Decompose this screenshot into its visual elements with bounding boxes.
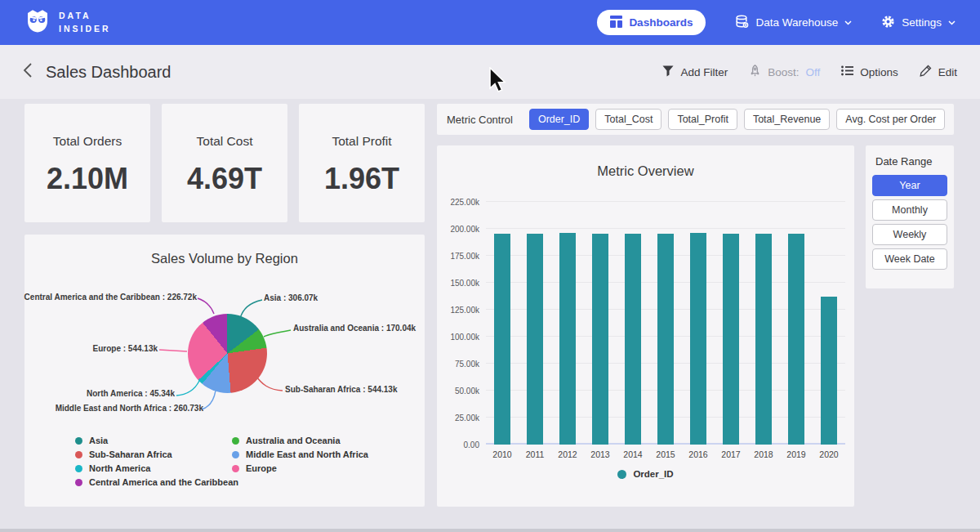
legend-dot: [75, 465, 82, 472]
y-tick-label: 100.00k: [437, 333, 479, 342]
pie-slice-label-australia-and-oceania: Australia and Oceania : 170.04k: [293, 324, 416, 333]
pie-legend-item-central-america-and-the-caribbean: Central America and the Caribbean: [75, 477, 238, 487]
metric-control-bar: Metric Control Order_IDTotal_CostTotal_P…: [437, 104, 954, 135]
kpi-value: 4.69T: [187, 162, 262, 196]
add-filter-button[interactable]: Add Filter: [662, 65, 728, 79]
pie-slice-label-middle-east-and-north-africa: Middle East and North Africa : 260.73k: [56, 404, 203, 413]
pie-legend-column-2: Australia and OceaniaMiddle East and Nor…: [232, 436, 368, 473]
metric-control-buttons: Order_IDTotal_CostTotal_ProfitTotal_Reve…: [529, 109, 945, 130]
x-tick-label: 2018: [747, 449, 780, 459]
x-tick-label: 2016: [682, 449, 715, 459]
x-tick-label: 2012: [551, 449, 584, 459]
y-tick-label: 175.00k: [437, 252, 479, 261]
kpi-value: 2.10M: [47, 162, 128, 196]
list-options-icon: [841, 65, 853, 78]
edit-button[interactable]: Edit: [920, 65, 957, 79]
date-range-button-year[interactable]: Year: [872, 175, 947, 196]
x-tick-label: 2015: [649, 449, 682, 459]
dashboards-grid-icon: [610, 16, 622, 30]
y-tick-label: 75.00k: [437, 360, 479, 369]
kpi-card-total-cost: Total Cost 4.69T: [162, 104, 287, 222]
y-tick-label: 150.00k: [437, 279, 479, 288]
metric-button-total-revenue[interactable]: Total_Revenue: [744, 109, 830, 130]
y-tick-label: 0.00: [437, 440, 479, 449]
bar-2016[interactable]: [690, 233, 706, 445]
x-tick-label: 2013: [584, 449, 617, 459]
bar-2012[interactable]: [559, 233, 576, 445]
date-range-button-weekly[interactable]: Weekly: [872, 224, 947, 245]
bar-2019[interactable]: [788, 234, 804, 445]
nav-data-warehouse[interactable]: Data Warehouse: [735, 15, 852, 31]
legend-label: Sub-Saharan Africa: [89, 449, 172, 459]
y-tick-label: 125.00k: [437, 306, 479, 315]
pie-slice-label-central-america-and-the-caribbean: Central America and the Caribbean : 226.…: [24, 293, 197, 302]
y-tick-label: 25.00k: [437, 414, 479, 422]
kpi-label: Total Orders: [53, 134, 122, 149]
pie-legend-item-middle-east-and-north-africa: Middle East and North Africa: [232, 449, 368, 459]
page-title: Sales Dashboard: [46, 63, 171, 82]
legend-label: Australia and Oceania: [246, 436, 341, 445]
legend-dot: [75, 479, 82, 486]
metric-button-total-cost[interactable]: Total_Cost: [595, 109, 662, 130]
pie-legend-column-1: AsiaSub-Saharan AfricaNorth AmericaCentr…: [75, 436, 238, 487]
nav-dashboards-label: Dashboards: [629, 16, 693, 29]
sales-volume-card: Sales Volume by Region Asia : 306.07kAus…: [24, 235, 425, 507]
bar-2010[interactable]: [494, 234, 510, 445]
y-tick-label: 50.00k: [437, 387, 479, 396]
back-button[interactable]: [23, 62, 33, 82]
x-tick-label: 2010: [486, 449, 519, 459]
bottom-scrollbar[interactable]: [0, 529, 980, 532]
kpi-card-total-profit: Total Profit 1.96T: [299, 104, 425, 222]
metric-button-total-profit[interactable]: Total_Profit: [668, 109, 737, 130]
bar-2018[interactable]: [755, 234, 772, 445]
date-range-button-monthly[interactable]: Monthly: [872, 199, 947, 221]
pie-legend-item-sub-saharan-africa: Sub-Saharan Africa: [75, 449, 238, 459]
legend-label: Central America and the Caribbean: [89, 477, 238, 487]
bar-chart-x-axis: 2010201120122013201420152016201720182019…: [486, 449, 845, 459]
pie-slice-label-asia: Asia : 306.07k: [264, 293, 318, 302]
pie-slice-label-north-america: North America : 45.34k: [87, 389, 175, 398]
pie-chart[interactable]: [188, 314, 267, 393]
legend-dot: [75, 451, 82, 458]
metric-button-avg-cost-per-order[interactable]: Avg. Cost per Order: [836, 109, 945, 130]
pie-legend-item-europe: Europe: [232, 463, 368, 473]
date-range-label: Date Range: [875, 155, 947, 168]
bar-chart-title: Metric Overview: [437, 163, 854, 179]
legend-label: Order_ID: [633, 469, 673, 479]
bar-2014[interactable]: [625, 234, 641, 445]
legend-label: Middle East and North Africa: [246, 449, 368, 459]
options-label: Options: [860, 66, 898, 78]
metric-overview-card: Metric Overview 0.0025.00k50.00k75.00k10…: [437, 145, 854, 507]
brand: DATA INSIDER: [24, 7, 111, 38]
bar-2011[interactable]: [527, 234, 543, 445]
options-button[interactable]: Options: [841, 65, 898, 78]
nav-settings[interactable]: Settings: [881, 15, 956, 31]
legend-dot: [232, 437, 239, 445]
bar-2020[interactable]: [821, 297, 837, 445]
edit-label: Edit: [938, 66, 957, 78]
kpi-card-total-orders: Total Orders 2.10M: [24, 104, 150, 222]
bar-chart-plot: [486, 202, 845, 445]
x-tick-label: 2019: [780, 449, 813, 459]
date-range-button-week-date[interactable]: Week Date: [872, 248, 947, 270]
y-tick-label: 200.00k: [437, 225, 479, 234]
boost-label: Boost:: [768, 66, 799, 78]
legend-label: Asia: [89, 436, 108, 445]
pie-chart-title: Sales Volume by Region: [24, 251, 425, 266]
pie-legend-item-australia-and-oceania: Australia and Oceania: [232, 436, 368, 445]
bar-2013[interactable]: [592, 234, 608, 445]
add-filter-label: Add Filter: [680, 66, 728, 78]
bar-2015[interactable]: [657, 234, 674, 445]
legend-dot: [75, 437, 82, 445]
filter-icon: [662, 65, 674, 79]
metric-button-order-id[interactable]: Order_ID: [529, 109, 589, 130]
kpi-label: Total Profit: [332, 134, 391, 149]
bar-2017[interactable]: [723, 234, 739, 445]
boost-toggle[interactable]: Boost: Off: [749, 65, 820, 79]
brand-name: DATA INSIDER: [59, 10, 111, 36]
top-nav: DATA INSIDER Dashboards: [0, 0, 980, 45]
x-tick-label: 2014: [617, 449, 649, 459]
pie-slice-label-sub-saharan-africa: Sub-Saharan Africa : 544.13k: [285, 385, 397, 394]
chevron-down-icon: [948, 20, 956, 25]
nav-dashboards-button[interactable]: Dashboards: [597, 10, 706, 35]
